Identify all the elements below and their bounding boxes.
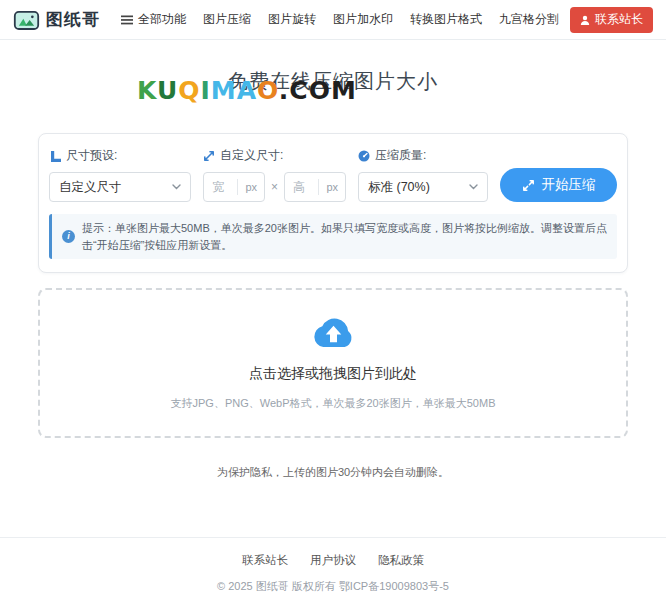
preset-group: 尺寸预设: 自定义尺寸 (49, 147, 191, 202)
custom-size-group: 自定义尺寸: px × px (203, 147, 346, 202)
quality-group: 压缩质量: 标准 (70%) (358, 147, 488, 202)
upload-dropzone[interactable]: 点击选择或拖拽图片到此处 支持JPG、PNG、WebP格式，单次最多20张图片，… (38, 288, 628, 438)
height-input[interactable] (285, 180, 318, 194)
menu-item-label: 全部功能 (138, 11, 186, 28)
logo-icon (13, 8, 40, 32)
controls-row: 尺寸预设: 自定义尺寸 (49, 147, 617, 202)
cloud-upload-icon (310, 316, 357, 351)
settings-card: 尺寸预设: 自定义尺寸 (38, 133, 628, 273)
quality-label-row: 压缩质量: (358, 147, 488, 164)
hero: 免费在线压缩图片大小 KUQIMAO.COM (38, 40, 628, 115)
custom-size-label: 自定义尺寸: (220, 147, 283, 164)
person-icon (580, 15, 590, 25)
quality-selected-value: 标准 (70%) (368, 179, 430, 196)
preset-label: 尺寸预设: (66, 147, 117, 164)
info-icon: i (62, 230, 75, 243)
menu-item-grid-split[interactable]: 九宫格分割 (499, 11, 559, 28)
height-unit: px (319, 181, 345, 193)
size-inputs: px × px (203, 172, 346, 202)
contact-button-label: 联系站长 (595, 11, 643, 28)
brand-name: 图纸哥 (46, 8, 100, 31)
footer: 联系站长 用户协议 隐私政策 © 2025 图纸哥 版权所有 鄂ICP备1900… (0, 537, 666, 606)
chevron-down-icon (172, 184, 181, 190)
preset-label-row: 尺寸预设: (49, 147, 191, 164)
page: 图纸哥 全部功能 图片压缩 图片旋转 图片加水印 (0, 0, 666, 606)
menu-item-label: 图片旋转 (268, 11, 316, 28)
footer-links: 联系站长 用户协议 隐私政策 (0, 553, 666, 568)
menu-item-label: 图片加水印 (333, 11, 393, 28)
quality-label: 压缩质量: (375, 147, 426, 164)
chevron-down-icon (469, 184, 478, 190)
compress-arrows-icon (522, 179, 535, 192)
navbar: 图纸哥 全部功能 图片压缩 图片旋转 图片加水印 (0, 0, 666, 40)
width-input-wrap: px (203, 172, 265, 202)
contact-webmaster-button[interactable]: 联系站长 (570, 7, 653, 33)
preset-selected-value: 自定义尺寸 (59, 179, 122, 196)
menu-item-image-compress[interactable]: 图片压缩 (203, 11, 251, 28)
size-preset-select[interactable]: 自定义尺寸 (49, 172, 191, 202)
width-unit: px (238, 181, 264, 193)
upload-title: 点击选择或拖拽图片到此处 (249, 365, 417, 383)
footer-link-contact[interactable]: 联系站长 (242, 553, 288, 568)
tip-banner: i 提示：单张图片最大50MB，单次最多20张图片。如果只填写宽度或高度，图片将… (49, 214, 617, 259)
copyright: © 2025 图纸哥 版权所有 鄂ICP备19009803号-5 (0, 579, 666, 594)
upload-subtitle: 支持JPG、PNG、WebP格式，单次最多20张图片，单张最大50MB (171, 396, 496, 411)
menu-item-all-features[interactable]: 全部功能 (121, 11, 186, 28)
gauge-icon (358, 150, 370, 162)
custom-size-label-row: 自定义尺寸: (203, 147, 346, 164)
menu-item-image-watermark[interactable]: 图片加水印 (333, 11, 393, 28)
menu-item-label: 九宫格分割 (499, 11, 559, 28)
privacy-note: 为保护隐私，上传的图片30分钟内会自动删除。 (38, 465, 628, 480)
resize-arrows-icon (203, 150, 215, 162)
height-input-wrap: px (284, 172, 346, 202)
main-content: 免费在线压缩图片大小 KUQIMAO.COM 尺寸预设: 自定 (38, 40, 628, 537)
hamburger-icon (121, 15, 133, 25)
menu-item-label: 图片压缩 (203, 11, 251, 28)
quality-select[interactable]: 标准 (70%) (358, 172, 488, 202)
main-menu: 全部功能 图片压缩 图片旋转 图片加水印 转换图片格式 九宫格分割 (121, 11, 559, 28)
ruler-icon (49, 150, 61, 162)
start-compress-button[interactable]: 开始压缩 (500, 168, 617, 202)
menu-item-label: 转换图片格式 (410, 11, 482, 28)
tip-text: 提示：单张图片最大50MB，单次最多20张图片。如果只填写宽度或高度，图片将按比… (82, 220, 607, 253)
menu-item-image-rotate[interactable]: 图片旋转 (268, 11, 316, 28)
compress-button-label: 开始压缩 (542, 176, 596, 194)
times-separator: × (271, 180, 278, 194)
page-title: 免费在线压缩图片大小 (38, 40, 628, 95)
brand-logo[interactable]: 图纸哥 (13, 8, 100, 32)
menu-item-convert-format[interactable]: 转换图片格式 (410, 11, 482, 28)
footer-link-privacy[interactable]: 隐私政策 (378, 553, 424, 568)
footer-link-terms[interactable]: 用户协议 (310, 553, 356, 568)
width-input[interactable] (204, 180, 237, 194)
